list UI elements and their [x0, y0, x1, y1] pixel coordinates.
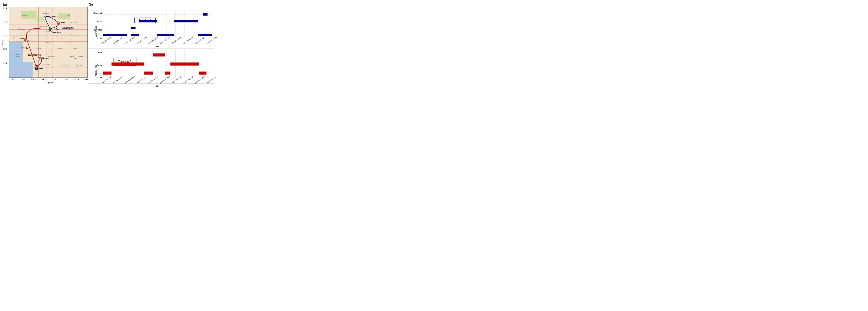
map-x-axis-title: Longitude [9, 81, 90, 84]
panel-b: (b) Activity Type Buy good Work Exercise… [85, 2, 215, 85]
svg-rect-103 [103, 34, 127, 36]
svg-text:Santa Ana: Santa Ana [76, 65, 82, 66]
map-svg: Buy Goods Work Home Exercise Trajectory1 [9, 7, 88, 78]
svg-text:Anaheim: Anaheim [78, 56, 83, 57]
svg-text:Visit Friends: Visit Friends [39, 57, 49, 59]
svg-point-35 [58, 22, 59, 23]
svg-rect-107 [131, 27, 135, 29]
svg-rect-5 [34, 17, 44, 22]
svg-text:Long Beach: Long Beach [42, 64, 50, 65]
map-x-labels: -118.5 -118.4 -118.3 -118.2 -118.1 -118.… [9, 78, 90, 80]
svg-point-45 [25, 39, 26, 39]
svg-rect-129 [103, 71, 112, 74]
chart2-area: Activity Type Visit Work Home [103, 50, 212, 78]
svg-text:Cypress: Cypress [69, 56, 74, 58]
chart2-panel: Activity Type Visit Work Home [89, 48, 214, 84]
svg-text:Vernon: Vernon [28, 40, 32, 41]
map-outer: 34.2 34.1 34.0 33.9 33.8 33.7 Latitude [9, 7, 90, 84]
svg-text:Burbank: Burbank [22, 15, 27, 16]
svg-rect-109 [174, 20, 198, 23]
panel-a: (a) 34.2 34.1 34.0 33.9 33.8 33.7 Latitu… [2, 2, 85, 85]
svg-rect-108 [139, 20, 157, 23]
svg-text:Pomona: Pomona [71, 34, 76, 36]
svg-text:Work: Work [61, 22, 65, 24]
map-y-axis-title: Latitude [1, 40, 4, 47]
chart2-svg: Trajectory 2 [103, 50, 212, 78]
panel-a-label: (a) [3, 3, 7, 6]
chart2-x-labels: 2023-02-01 00:00 2023-02-01 04:00 2023-0… [103, 81, 212, 83]
panel-b-label: (b) [89, 3, 93, 6]
svg-rect-104 [131, 34, 139, 36]
svg-text:San Dimas: San Dimas [70, 22, 77, 23]
svg-rect-130 [144, 71, 153, 74]
chart1-x-title: Time [155, 45, 160, 48]
map-y-labels: 34.2 34.1 34.0 33.9 33.8 33.7 [3, 7, 7, 78]
map-container: Buy Goods Work Home Exercise Trajectory1 [9, 7, 88, 78]
svg-text:Home: Home [38, 68, 43, 70]
svg-text:Work: Work [20, 37, 24, 39]
svg-rect-133 [112, 63, 144, 65]
svg-text:Pasadena: Pasadena [42, 13, 49, 14]
svg-text:Downey: Downey [36, 48, 42, 49]
chart2-y-labels: Visit Work Home [90, 50, 102, 78]
svg-text:Whittier: Whittier [46, 42, 51, 43]
chart1-svg: Trajectory 1 [103, 11, 212, 38]
svg-rect-135 [153, 54, 165, 56]
svg-point-39 [50, 28, 50, 29]
svg-text:Buy Goods: Buy Goods [47, 16, 56, 18]
svg-text:La Habra: La Habra [67, 42, 72, 43]
svg-text:CA: CA [74, 58, 76, 59]
svg-rect-110 [203, 13, 208, 16]
chart1-panel: Activity Type Buy good Work Exercise Hom… [89, 9, 214, 44]
svg-text:Norwalk: Norwalk [58, 48, 63, 49]
svg-rect-134 [170, 63, 199, 65]
svg-point-48 [38, 59, 39, 60]
chart1-area: Activity Type Buy good Work Exercise Hom… [103, 11, 212, 38]
svg-text:Fullerton: Fullerton [72, 48, 77, 49]
svg-point-52 [36, 67, 37, 68]
chart1-y-labels: Buy good Work Exercise Home [90, 11, 102, 38]
svg-rect-2 [9, 62, 33, 78]
svg-rect-131 [165, 71, 170, 74]
svg-text:Santa: Santa [13, 37, 17, 39]
svg-rect-132 [199, 71, 207, 74]
svg-text:Santa Monica: Santa Monica [18, 28, 26, 30]
chart2-x-title: Time [155, 85, 160, 87]
chart1-x-labels: 2023-02-02 00:00 2023-02-02 04:00 2023-0… [103, 42, 212, 44]
svg-text:Los Angeles: Los Angeles [39, 25, 47, 27]
svg-rect-106 [198, 34, 212, 36]
svg-text:El Mo...: El Mo... [67, 28, 72, 30]
svg-text:Garden Grove: Garden Grove [60, 65, 69, 66]
svg-point-31 [45, 17, 46, 19]
svg-text:Beach: Beach [16, 56, 20, 57]
svg-rect-105 [157, 34, 174, 36]
svg-text:Manhat...: Manhat... [15, 54, 21, 55]
svg-text:Inglewood: Inglewood [21, 47, 27, 49]
svg-text:Duarte: Duarte [66, 15, 70, 16]
svg-text:Torran...: Torran... [32, 54, 37, 55]
svg-text:Monica: Monica [12, 39, 17, 41]
svg-text:Los: Los [34, 67, 36, 68]
svg-text:Lakewood: Lakewood [48, 56, 55, 57]
svg-text:Home: Home [46, 30, 51, 32]
svg-text:Exercise: Exercise [55, 32, 61, 33]
